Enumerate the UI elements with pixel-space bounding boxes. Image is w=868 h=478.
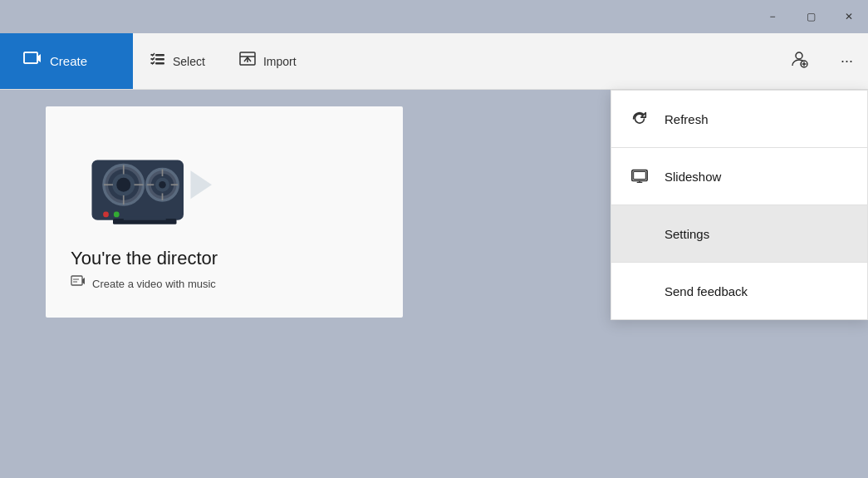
video-subtitle-icon [71, 274, 86, 293]
more-icon: ··· [841, 52, 853, 70]
refresh-icon [628, 110, 651, 128]
toolbar: Create Select Import [0, 33, 868, 90]
svg-point-30 [114, 212, 120, 218]
create-icon [23, 50, 42, 72]
dropdown-menu: Refresh Slideshow Settings Send feedback [611, 90, 868, 320]
svg-rect-32 [71, 276, 82, 285]
svg-rect-3 [155, 58, 164, 61]
video-subtitle-text: Create a video with music [92, 278, 216, 290]
slideshow-label: Slideshow [664, 170, 721, 184]
svg-rect-0 [24, 52, 37, 63]
video-card-title: You're the director [71, 248, 218, 269]
svg-rect-28 [124, 217, 166, 220]
import-label: Import [263, 55, 297, 68]
title-bar: − ▢ ✕ [0, 0, 868, 33]
video-card-subtitle: Create a video with music [71, 274, 216, 293]
settings-label: Settings [664, 227, 709, 241]
select-label: Select [173, 55, 205, 68]
video-card: You're the director Create a video with … [46, 106, 403, 318]
svg-marker-31 [191, 170, 213, 199]
video-card-icons [71, 131, 212, 231]
create-label: Create [50, 54, 87, 68]
close-button[interactable]: ✕ [830, 0, 868, 33]
svg-point-16 [159, 181, 166, 189]
refresh-menu-item[interactable]: Refresh [611, 91, 867, 147]
svg-rect-34 [634, 172, 646, 180]
import-button[interactable]: Import [222, 33, 313, 89]
svg-rect-4 [155, 62, 164, 65]
camera-illustration [71, 131, 212, 231]
select-icon [150, 51, 166, 71]
svg-rect-1 [24, 52, 37, 63]
refresh-label: Refresh [664, 112, 709, 126]
svg-point-6 [796, 52, 802, 59]
svg-point-12 [116, 178, 130, 192]
svg-rect-2 [155, 54, 164, 57]
slideshow-icon [628, 167, 651, 185]
more-button[interactable]: ··· [826, 33, 868, 89]
feedback-menu-item[interactable]: Send feedback [611, 263, 867, 319]
settings-menu-item[interactable]: Settings [611, 205, 867, 262]
select-button[interactable]: Select [133, 33, 222, 89]
slideshow-menu-item[interactable]: Slideshow [611, 148, 867, 205]
import-icon [238, 50, 257, 72]
svg-point-29 [103, 212, 109, 218]
account-icon [789, 49, 809, 73]
maximize-button[interactable]: ▢ [792, 0, 830, 33]
account-button[interactable] [772, 33, 826, 89]
minimize-button[interactable]: − [753, 0, 792, 33]
create-button[interactable]: Create [0, 33, 133, 89]
feedback-label: Send feedback [664, 284, 748, 298]
